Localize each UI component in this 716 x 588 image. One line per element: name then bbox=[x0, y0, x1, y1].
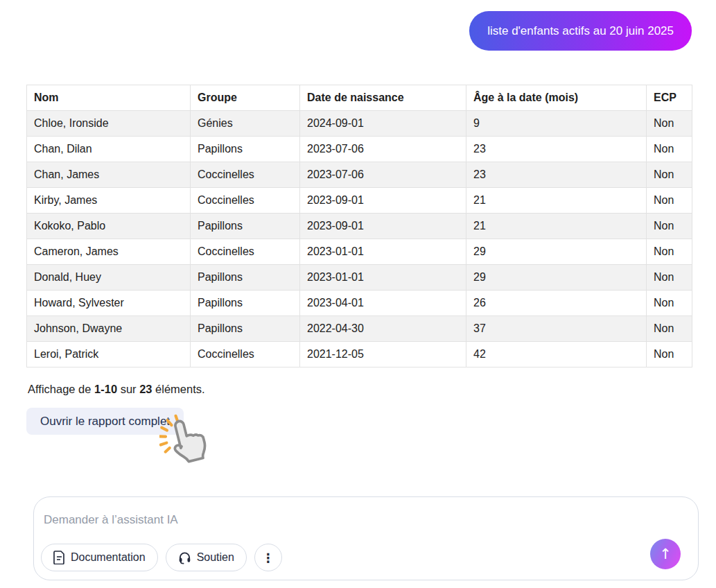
table-cell: 2023-09-01 bbox=[300, 188, 466, 214]
table-cell: Non bbox=[647, 265, 692, 291]
table-cell: 23 bbox=[466, 162, 647, 188]
table-cell: Non bbox=[647, 239, 692, 265]
table-column-header: Nom bbox=[27, 85, 191, 111]
table-row: Chloe, IronsideGénies2024-09-019Non bbox=[27, 111, 692, 137]
table-cell: Non bbox=[647, 162, 692, 188]
user-message-bubble: liste d'enfants actifs au 20 juin 2025 bbox=[469, 11, 692, 51]
send-button[interactable]: ↑ bbox=[650, 539, 681, 569]
pagination-middle: sur bbox=[117, 383, 139, 395]
table-cell: Papillons bbox=[191, 265, 300, 291]
table-header-row: NomGroupeDate de naissanceÂge à la date … bbox=[27, 85, 692, 111]
table-cell: Leroi, Patrick bbox=[27, 342, 191, 368]
table-row: Donald, HueyPapillons2023-01-0129Non bbox=[27, 265, 692, 291]
table-column-header: Groupe bbox=[191, 85, 300, 111]
table-cell: Non bbox=[647, 342, 692, 368]
table-header: NomGroupeDate de naissanceÂge à la date … bbox=[27, 85, 692, 111]
composer-actions: Documentation Soutien ⋮ bbox=[41, 544, 282, 571]
support-button[interactable]: Soutien bbox=[166, 544, 247, 571]
table-cell: 29 bbox=[466, 239, 647, 265]
table-cell: Chan, James bbox=[27, 162, 191, 188]
table-cell: Johnson, Dwayne bbox=[27, 316, 191, 342]
table-cell: 2023-07-06 bbox=[300, 137, 466, 162]
table-cell: Non bbox=[647, 291, 692, 316]
table-cell: Coccinelles bbox=[191, 342, 300, 368]
table-cell: Papillons bbox=[191, 214, 300, 239]
table-cell: Non bbox=[647, 188, 692, 214]
pagination-suffix: éléments. bbox=[152, 383, 205, 395]
table-cell: Kirby, James bbox=[27, 188, 191, 214]
children-report-table: NomGroupeDate de naissanceÂge à la date … bbox=[26, 85, 692, 368]
table-cell: Coccinelles bbox=[191, 239, 300, 265]
table-cell: 2023-04-01 bbox=[300, 291, 466, 316]
table-cell: 21 bbox=[466, 188, 647, 214]
documentation-button[interactable]: Documentation bbox=[41, 544, 158, 571]
table-row: Kokoko, PabloPapillons2023-09-0121Non bbox=[27, 214, 692, 239]
table-cell: Non bbox=[647, 137, 692, 162]
table-cell: Papillons bbox=[191, 137, 300, 162]
table-column-header: ECP bbox=[647, 85, 692, 111]
table-cell: 29 bbox=[466, 265, 647, 291]
assistant-chat-page: liste d'enfants actifs au 20 juin 2025 N… bbox=[0, 0, 716, 588]
table-cell: 21 bbox=[466, 214, 647, 239]
table-cell: Kokoko, Pablo bbox=[27, 214, 191, 239]
table-row: Johnson, DwaynePapillons2022-04-3037Non bbox=[27, 316, 692, 342]
pagination-range: 1-10 bbox=[94, 383, 117, 395]
table-cell: 37 bbox=[466, 316, 647, 342]
table-cell: 2021-12-05 bbox=[300, 342, 466, 368]
more-options-button[interactable]: ⋮ bbox=[254, 544, 282, 571]
open-full-report-button[interactable]: Ouvrir le rapport complet bbox=[26, 408, 184, 435]
table-cell: Non bbox=[647, 214, 692, 239]
table-row: Leroi, PatrickCoccinelles2021-12-0542Non bbox=[27, 342, 692, 368]
pagination-total: 23 bbox=[139, 383, 152, 395]
documentation-label: Documentation bbox=[71, 551, 146, 564]
table-row: Kirby, JamesCoccinelles2023-09-0121Non bbox=[27, 188, 692, 214]
arrow-up-icon: ↑ bbox=[659, 546, 672, 562]
table-cell: Non bbox=[647, 316, 692, 342]
headset-icon bbox=[178, 551, 191, 564]
table-cell: 2023-01-01 bbox=[300, 239, 466, 265]
table-row: Chan, JamesCoccinelles2023-07-0623Non bbox=[27, 162, 692, 188]
table-cell: 9 bbox=[466, 111, 647, 137]
report-table-body: Chloe, IronsideGénies2024-09-019NonChan,… bbox=[27, 111, 692, 368]
pagination-prefix: Affichage de bbox=[28, 383, 94, 395]
table-cell: Papillons bbox=[191, 316, 300, 342]
table-cell: 2023-09-01 bbox=[300, 214, 466, 239]
table-column-header: Âge à la date (mois) bbox=[466, 85, 647, 111]
table-cell: 2023-01-01 bbox=[300, 265, 466, 291]
table-cell: Cameron, James bbox=[27, 239, 191, 265]
table-cell: 42 bbox=[466, 342, 647, 368]
table-row: Chan, DilanPapillons2023-07-0623Non bbox=[27, 137, 692, 162]
assistant-input[interactable] bbox=[44, 510, 529, 530]
table-cell: 2024-09-01 bbox=[300, 111, 466, 137]
assistant-composer: Documentation Soutien ⋮ ↑ bbox=[33, 496, 699, 580]
table-row: Howard, SylvesterPapillons2023-04-0126No… bbox=[27, 291, 692, 316]
user-message-text: liste d'enfants actifs au 20 juin 2025 bbox=[487, 24, 674, 38]
table-cell: 23 bbox=[466, 137, 647, 162]
document-icon bbox=[53, 551, 65, 564]
table-cell: Chloe, Ironside bbox=[27, 111, 191, 137]
kebab-menu-icon: ⋮ bbox=[262, 551, 274, 565]
table-cell: 2023-07-06 bbox=[300, 162, 466, 188]
table-cell: Papillons bbox=[191, 291, 300, 316]
table-cell: Coccinelles bbox=[191, 188, 300, 214]
support-label: Soutien bbox=[197, 551, 234, 564]
pagination-summary: Affichage de 1-10 sur 23 éléments. bbox=[28, 383, 205, 396]
table-row: Cameron, JamesCoccinelles2023-01-0129Non bbox=[27, 239, 692, 265]
table-cell: Howard, Sylvester bbox=[27, 291, 191, 316]
table-cell: Chan, Dilan bbox=[27, 137, 191, 162]
table-cell: 26 bbox=[466, 291, 647, 316]
table-cell: Génies bbox=[191, 111, 300, 137]
table-column-header: Date de naissance bbox=[300, 85, 466, 111]
table-cell: Donald, Huey bbox=[27, 265, 191, 291]
table-cell: Coccinelles bbox=[191, 162, 300, 188]
table-cell: 2022-04-30 bbox=[300, 316, 466, 342]
table-cell: Non bbox=[647, 111, 692, 137]
